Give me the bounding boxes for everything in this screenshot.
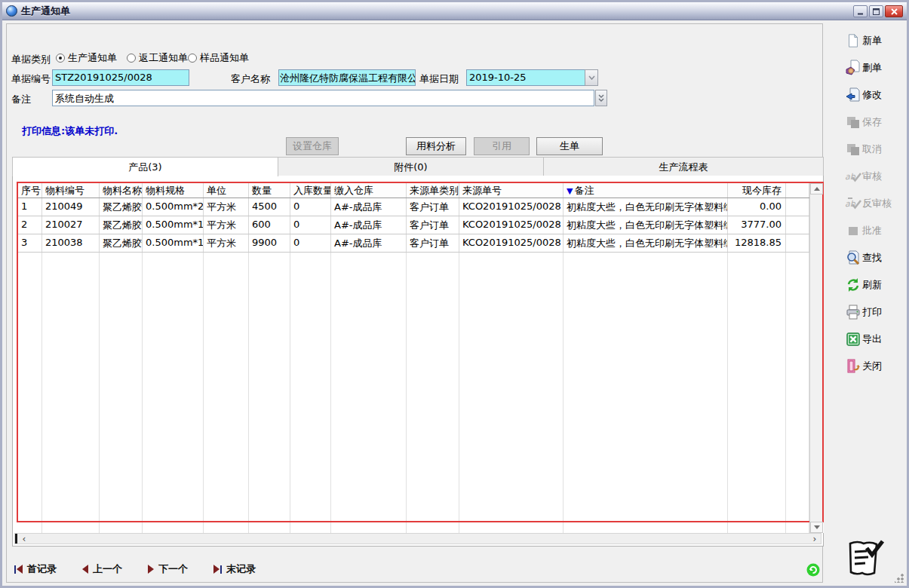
cell-stock: 0.00 (728, 198, 786, 216)
col-header-unit[interactable]: 单位 (204, 183, 249, 198)
vertical-scrollbar[interactable] (809, 183, 822, 533)
last-record-button[interactable]: 末记录 (213, 562, 256, 576)
radio-rework-notice[interactable]: 返工通知单 (127, 51, 188, 65)
col-header-in-qty[interactable]: 入库数量 (290, 183, 331, 198)
previous-record-button[interactable]: 上一个 (82, 562, 122, 576)
exit-door-icon (844, 358, 862, 375)
doc-type-label: 单据类别 (11, 53, 51, 66)
save-icon (844, 114, 862, 130)
radio-label: 生产通知单 (68, 51, 117, 65)
save-button: 保存 (844, 114, 909, 130)
radio-icon (188, 54, 197, 63)
delete-doc-icon (844, 60, 862, 76)
cell-remark: 初粘度大些，白色无印刷无字体塑料编织袋 (564, 234, 728, 252)
cell-src-no: KCO20191025/0028 (459, 234, 564, 252)
export-button[interactable]: 导出 (844, 331, 909, 348)
next-record-button[interactable]: 下一个 (148, 562, 188, 576)
col-header-src-type[interactable]: 来源单类别 (407, 183, 459, 198)
cell-spacer (786, 216, 809, 234)
cell-spacer (786, 234, 809, 252)
horizontal-scrollbar[interactable]: ‹ › (14, 533, 821, 544)
grid-row-3[interactable]: 3 210038 聚乙烯胶带 0.500mm*150m 平方米 9900 0 A… (18, 234, 809, 253)
tab-production-flow[interactable]: 生产流程表 (544, 157, 824, 176)
maximize-button[interactable] (869, 5, 883, 17)
tab-attachment[interactable]: 附件(0) (278, 157, 544, 176)
cell-spec: 0.500mm*100m (143, 216, 204, 234)
cell-remark: 初粘度大些，白色无印刷无字体塑料编织袋 (564, 198, 728, 216)
new-doc-icon (844, 32, 862, 49)
chevron-down-icon (588, 75, 595, 80)
generate-order-button[interactable]: 生单 (536, 137, 603, 155)
scroll-right-button[interactable]: › (809, 534, 821, 544)
cell-unit: 平方米 (204, 216, 249, 234)
col-header-remark[interactable]: ▼备注 (564, 183, 728, 198)
first-record-icon (14, 565, 23, 574)
search-button[interactable]: 查找 (844, 250, 909, 266)
sort-indicator-icon: ▼ (567, 186, 573, 196)
resize-grip[interactable] (895, 574, 904, 583)
col-header-spec[interactable]: 物料规格 (143, 183, 204, 198)
scroll-left-button[interactable]: ‹ (18, 534, 30, 544)
cell-code: 210027 (42, 216, 100, 234)
grid-row-1[interactable]: 1 210049 聚乙烯胶带 0.500mm*200m 平方米 4500 0 A… (18, 198, 809, 216)
grid-row-2[interactable]: 2 210027 聚乙烯胶带 0.500mm*100m 平方米 600 0 A#… (18, 216, 809, 234)
new-order-button[interactable]: 新单 (844, 32, 909, 49)
cell-remark: 初粘度大些，白色无印刷无字体塑料编织袋 (564, 216, 728, 234)
cell-in-qty: 0 (290, 234, 331, 252)
next-record-icon (148, 565, 154, 574)
material-analysis-button[interactable]: 用料分析 (406, 137, 466, 155)
close-form-button[interactable]: 关闭 (844, 358, 909, 375)
col-header-stock[interactable]: 现今库存 (728, 183, 786, 198)
remark-expand-button[interactable] (595, 90, 607, 106)
maximize-icon (873, 8, 880, 15)
refresh-button[interactable]: 刷新 (844, 277, 909, 293)
print-info-text: 打印信息:该单未打印. (22, 124, 118, 138)
double-chevron-down-icon (597, 94, 605, 103)
print-button[interactable]: 打印 (844, 304, 909, 320)
search-icon (844, 250, 862, 266)
scroll-up-button[interactable] (810, 183, 823, 194)
col-header-warehouse[interactable]: 缴入仓库 (331, 183, 407, 198)
main-panel: 单据类别 生产通知单 返工通知单 样品通知单 单据编号 STZ20191025/… (6, 23, 823, 583)
col-header-name[interactable]: 物料名称 (100, 183, 143, 198)
cell-seq: 3 (18, 234, 42, 252)
close-button[interactable] (885, 5, 903, 17)
cell-spacer (786, 198, 809, 216)
col-header-spacer (786, 183, 809, 198)
reverse-audit-button: ab 反审核 (844, 195, 909, 212)
app-window: 生产通知单 单据类别 生产通知单 返工通知单 样品通知单 单据编号 (0, 0, 909, 588)
splitter-handle[interactable] (15, 534, 17, 544)
cell-warehouse: A#-成品库 (331, 198, 407, 216)
col-header-qty[interactable]: 数量 (249, 183, 290, 198)
date-dropdown-button[interactable] (585, 69, 598, 86)
customer-field[interactable]: 沧州隆亿特防腐保温工程有限公司 (278, 69, 416, 86)
customer-label: 客户名称 (231, 72, 270, 86)
radio-production-notice[interactable]: 生产通知单 (56, 51, 117, 65)
cell-unit: 平方米 (204, 234, 249, 252)
cell-in-qty: 0 (290, 198, 331, 216)
cell-warehouse: A#-成品库 (331, 216, 407, 234)
edit-doc-icon (844, 87, 862, 103)
scroll-down-button[interactable] (810, 522, 823, 533)
remark-field[interactable]: 系统自动生成 (52, 90, 594, 106)
modify-order-button[interactable]: 修改 (844, 87, 909, 103)
cell-warehouse: A#-成品库 (331, 234, 407, 252)
first-record-button[interactable]: 首记录 (14, 562, 57, 576)
window-title: 生产通知单 (21, 5, 70, 18)
col-header-code[interactable]: 物料编号 (42, 183, 100, 198)
radio-sample-notice[interactable]: 样品通知单 (188, 51, 249, 65)
cell-spec: 0.500mm*150m (143, 234, 204, 252)
scroll-down-icon (814, 525, 820, 529)
notepad-check-icon[interactable] (844, 539, 885, 581)
doc-no-field[interactable]: STZ20191025/0028 (52, 69, 189, 86)
cell-src-no: KCO20191025/0028 (459, 198, 564, 216)
col-header-seq[interactable]: 序号 (18, 183, 42, 198)
side-toolbar: 新单 删单 修改 保存 取消 ab 审核 ab (826, 25, 909, 385)
delete-order-button[interactable]: 删单 (844, 60, 909, 76)
refresh-icon (844, 277, 862, 293)
cell-in-qty: 0 (290, 216, 331, 234)
date-field[interactable]: 2019-10-25 (466, 69, 585, 86)
minimize-button[interactable] (853, 5, 868, 17)
col-header-src-no[interactable]: 来源单号 (459, 183, 564, 198)
tab-product[interactable]: 产品(3) (12, 157, 278, 176)
